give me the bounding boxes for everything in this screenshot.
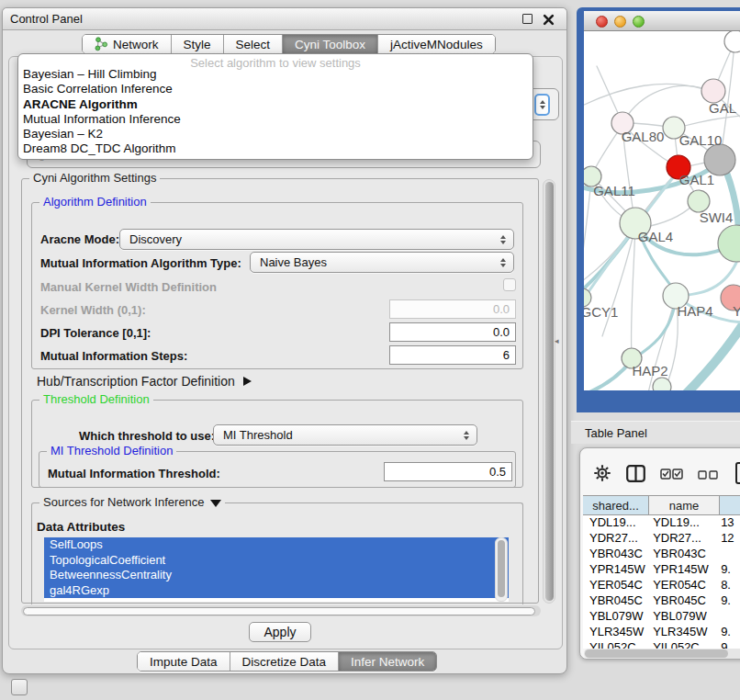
close-traffic-light-icon[interactable] [596, 16, 608, 28]
table-column-header-shared[interactable]: shared... [583, 496, 649, 514]
network-node[interactable] [704, 144, 735, 175]
network-node-label-gal11: GAL11 [593, 183, 635, 198]
mi-threshold-field[interactable]: 0.5 [384, 462, 512, 481]
mi-algorithm-type-combo[interactable]: Naive Bayes [250, 252, 514, 273]
kernel-width-field[interactable]: 0.0 [389, 299, 516, 319]
attribute-item-selfloops[interactable]: SelfLoops [44, 537, 509, 553]
combo-arrows-icon [464, 425, 469, 445]
zoom-traffic-light-icon[interactable] [633, 16, 645, 28]
tab-label: Select [236, 38, 271, 51]
tab-network[interactable]: Network [83, 35, 172, 53]
network-node[interactable] [724, 31, 740, 52]
tab-label: Style [184, 38, 211, 51]
table-horizontal-scrollbar[interactable] [584, 649, 740, 659]
attribute-item-topologicalcoefficient[interactable]: TopologicalCoefficient [44, 553, 509, 569]
table-row[interactable]: YBL079WYBL079W [583, 609, 740, 625]
attribute-item-gal4rgexp[interactable]: gal4RGexp [44, 583, 509, 599]
table-column-header-clipped[interactable] [720, 496, 740, 514]
table-cell: 9 [714, 640, 740, 649]
attributes-scrollbar[interactable] [495, 537, 508, 602]
table-row[interactable]: YIL052CYIL052C9 [583, 640, 740, 649]
table-column-header-name[interactable]: name [649, 496, 720, 514]
table-cell: 9. [714, 562, 740, 578]
deselect-checkboxes-icon[interactable] [698, 467, 718, 483]
aracne-mode-combo[interactable]: Discovery [119, 229, 514, 250]
combo-arrows-icon [500, 230, 506, 249]
settings-vertical-scrollbar-thumb[interactable] [545, 182, 554, 601]
table-cell: 13 [714, 515, 740, 531]
table-cell: YER054C [583, 578, 646, 593]
algorithm-option-bayesian-k2[interactable]: Bayesian – K2 [18, 127, 533, 141]
settings-horizontal-scrollbar-thumb[interactable] [23, 607, 535, 615]
network-node[interactable] [653, 378, 671, 390]
tab-jactivemnodules[interactable]: jActiveMNodules [378, 35, 495, 53]
table-cell: YBL079W [583, 609, 646, 625]
algorithm-popup-placeholder: Select algorithm to view settings [18, 54, 533, 67]
tab-impute-data[interactable]: Impute Data [138, 652, 230, 671]
network-edge[interactable] [683, 323, 740, 390]
table-panel-titlebar[interactable]: Table Panel [571, 421, 740, 444]
manual-kernel-checkbox[interactable] [503, 278, 516, 291]
close-panel-icon[interactable] [543, 13, 555, 25]
attribute-item-betweennesscentrality[interactable]: BetweennessCentrality [44, 568, 509, 583]
table-cell: YDL19... [646, 515, 714, 531]
which-threshold-combo[interactable]: MI Threshold [213, 424, 477, 446]
inference-algorithm-combo-fragment[interactable] [530, 88, 559, 120]
select-all-checkboxes-icon[interactable] [660, 467, 683, 483]
table-cell: YPR145W [646, 562, 714, 578]
network-edge[interactable] [624, 85, 713, 120]
settings-horizontal-scrollbar[interactable] [21, 605, 541, 616]
network-node-label-y: Y [733, 303, 740, 319]
network-edge[interactable] [631, 227, 635, 355]
table-cell: YLR345W [583, 625, 646, 640]
dpi-tolerance-field[interactable]: 0.0 [389, 322, 516, 342]
algorithm-option-mutual-information-inference[interactable]: Mutual Information Inference [18, 112, 533, 127]
table-row[interactable]: YBR045CYBR045C9. [583, 593, 740, 609]
algorithm-option-dream8-dc-tdc-algorithm[interactable]: Dream8 DC_TDC Algorithm [18, 141, 533, 156]
aracne-mode-value: Discovery [129, 232, 182, 246]
network-canvas[interactable]: GALGAL80GAL10GAL1GAL11SWI4GAL4GCY1HAP4YH… [584, 31, 740, 390]
minimize-traffic-light-icon[interactable] [614, 16, 626, 28]
table-row[interactable]: YPR145WYPR145W9. [583, 562, 740, 578]
network-edge[interactable] [602, 226, 635, 336]
settings-vertical-scrollbar[interactable] [543, 179, 555, 604]
column-view-icon[interactable] [626, 465, 645, 486]
float-panel-icon[interactable] [522, 14, 533, 24]
algorithm-option-basic-correlation-inference[interactable]: Basic Correlation Inference [18, 82, 533, 96]
tab-label: Network [113, 38, 159, 51]
collapsed-panel-button[interactable] [11, 679, 28, 695]
data-attributes-list[interactable]: SelfLoopsTopologicalCoefficientBetweenne… [44, 537, 509, 602]
table-horizontal-scrollbar-thumb[interactable] [585, 649, 728, 658]
function-builder-icon[interactable] [734, 462, 740, 488]
table-header-row: shared...name [583, 495, 740, 515]
attributes-scrollbar-thumb[interactable] [498, 540, 505, 597]
tab-cyni-toolbox[interactable]: Cyni Toolbox [283, 35, 378, 53]
table-row[interactable]: YDL19...YDL19...13 [583, 515, 740, 531]
settings-gear-icon[interactable] [593, 464, 611, 486]
table-row[interactable]: YDR27...YDR27...12 [583, 531, 740, 547]
algorithm-dropdown-popup: Select algorithm to view settings Bayesi… [17, 53, 533, 160]
tab-infer-network[interactable]: Infer Network [339, 652, 436, 671]
mi-steps-field[interactable]: 6 [389, 345, 516, 365]
threshold-definition-title: Threshold Definition [39, 392, 153, 406]
hub-tf-definition-expander[interactable]: Hub/Transcription Factor Definition [37, 374, 252, 389]
tab-style[interactable]: Style [172, 35, 224, 53]
network-window-titlebar[interactable] [584, 11, 740, 31]
network-node[interactable] [718, 225, 740, 262]
table-row[interactable]: YBR043CYBR043C [583, 547, 740, 562]
table-row[interactable]: YER054CYER054C8. [583, 578, 740, 593]
algorithm-definition-title: Algorithm Definition [39, 195, 151, 209]
mi-threshold-definition-title: MI Threshold Definition [47, 444, 176, 457]
control-panel-titlebar[interactable]: Control Panel [3, 8, 566, 30]
tab-select[interactable]: Select [224, 35, 284, 53]
tab-discretize-data[interactable]: Discretize Data [230, 652, 340, 671]
network-edge[interactable] [584, 180, 591, 279]
apply-button[interactable]: Apply [249, 622, 311, 642]
table-row[interactable]: YLR345WYLR345W9. [583, 625, 740, 640]
algorithm-option-aracne-algorithm[interactable]: ARACNE Algorithm [18, 97, 533, 112]
table-cell: 12 [714, 531, 740, 547]
expander-expanded-icon[interactable] [210, 500, 221, 507]
cyni-algorithm-settings-group: Cyni Algorithm Settings Algorithm Defini… [21, 178, 539, 604]
table-cell: YLR345W [646, 625, 714, 640]
panel-divider-handle[interactable]: ◂ [555, 336, 563, 346]
